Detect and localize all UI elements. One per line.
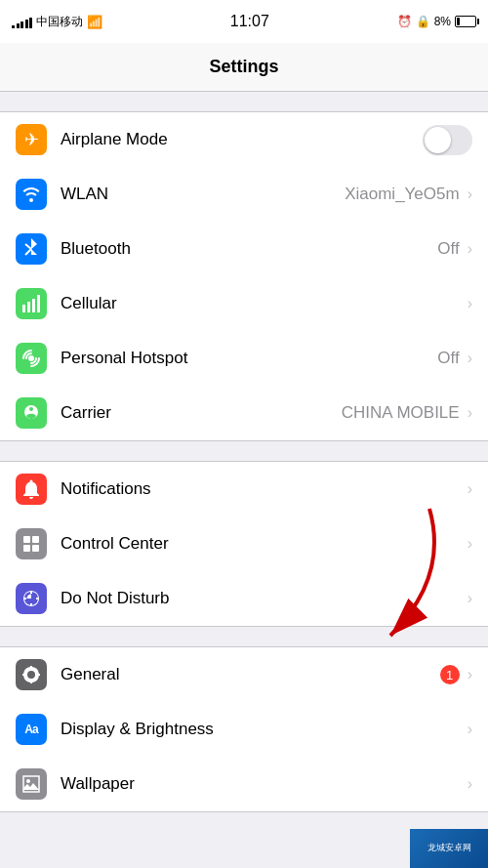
- svg-rect-8: [32, 545, 39, 552]
- svg-rect-7: [23, 545, 30, 552]
- display-item[interactable]: Aa Display & Brightness ›: [0, 702, 488, 757]
- carrier-value: CHINA MOBILE: [342, 403, 460, 423]
- watermark: 龙城安卓网: [410, 829, 488, 868]
- status-bar: 中国移动 📶 11:07 ⏰ 🔒 8%: [0, 0, 488, 43]
- do-not-disturb-label: Do Not Disturb: [61, 589, 466, 608]
- svg-point-9: [26, 779, 30, 783]
- do-not-disturb-item[interactable]: Do Not Disturb ›: [0, 571, 488, 626]
- section-gap-1: [0, 92, 488, 111]
- wallpaper-item[interactable]: Wallpaper ›: [0, 757, 488, 811]
- do-not-disturb-chevron-icon: ›: [468, 590, 472, 607]
- status-right: ⏰ 🔒 8%: [397, 15, 476, 28]
- svg-rect-1: [27, 302, 30, 312]
- network-section: ✈ Airplane Mode WLAN Xiaomi_YeO5m › Blue…: [0, 111, 488, 441]
- svg-rect-2: [32, 299, 35, 312]
- notifications-label: Notifications: [61, 479, 466, 499]
- wlan-label: WLAN: [61, 185, 345, 204]
- general-label: General: [61, 665, 440, 684]
- carrier-item[interactable]: Carrier CHINA MOBILE ›: [0, 386, 488, 440]
- general-badge: 1: [440, 665, 460, 684]
- nav-bar: Settings: [0, 43, 488, 92]
- svg-point-4: [28, 355, 34, 361]
- airplane-mode-label: Airplane Mode: [61, 130, 415, 149]
- signal-bar-2: [17, 23, 20, 28]
- bluetooth-value: Off: [437, 239, 459, 259]
- hotspot-item[interactable]: Personal Hotspot Off ›: [0, 331, 488, 386]
- system-section: Notifications › Control Center › Do Not …: [0, 461, 488, 627]
- battery-percent: 8%: [434, 15, 451, 28]
- notifications-item[interactable]: Notifications ›: [0, 462, 488, 517]
- carrier-chevron-icon: ›: [468, 404, 472, 422]
- wallpaper-icon: [16, 768, 47, 800]
- display-chevron-icon: ›: [468, 721, 472, 738]
- clock-icon: 🔒: [416, 15, 430, 28]
- carrier-label: Carrier: [61, 403, 342, 423]
- wlan-chevron-icon: ›: [468, 186, 472, 203]
- battery-indicator: [455, 16, 476, 27]
- control-center-item[interactable]: Control Center ›: [0, 517, 488, 571]
- hotspot-label: Personal Hotspot: [61, 349, 437, 368]
- svg-rect-5: [23, 536, 30, 543]
- alarm-icon: ⏰: [397, 15, 412, 28]
- airplane-mode-toggle[interactable]: [423, 125, 472, 155]
- notifications-icon: [16, 474, 47, 505]
- signal-bars: [12, 15, 32, 28]
- general-chevron-icon: ›: [468, 666, 472, 683]
- wifi-status-icon: 📶: [87, 15, 102, 29]
- wlan-value: Xiaomi_YeO5m: [345, 185, 460, 204]
- svg-rect-0: [22, 305, 25, 312]
- wallpaper-label: Wallpaper: [61, 774, 466, 794]
- signal-bar-1: [12, 25, 15, 28]
- device-section: General 1 › Aa Display & Brightness › Wa…: [0, 646, 488, 812]
- display-icon: Aa: [16, 714, 47, 745]
- cellular-label: Cellular: [61, 294, 466, 313]
- hotspot-chevron-icon: ›: [468, 350, 472, 367]
- general-icon: [16, 659, 47, 690]
- bluetooth-label: Bluetooth: [61, 239, 437, 259]
- do-not-disturb-icon: [16, 583, 47, 614]
- section-gap-2: [0, 441, 488, 461]
- hotspot-value: Off: [437, 349, 459, 368]
- carrier-name: 中国移动: [36, 14, 83, 30]
- signal-bar-3: [20, 21, 23, 28]
- cellular-chevron-icon: ›: [468, 295, 472, 312]
- signal-bar-4: [25, 20, 28, 28]
- wallpaper-chevron-icon: ›: [468, 775, 472, 793]
- svg-rect-3: [37, 295, 40, 312]
- status-time: 11:07: [230, 13, 269, 30]
- cellular-item[interactable]: Cellular ›: [0, 276, 488, 331]
- signal-bar-5: [29, 18, 32, 28]
- control-center-label: Control Center: [61, 534, 466, 554]
- control-center-icon: [16, 528, 47, 559]
- general-item[interactable]: General 1 ›: [0, 647, 488, 702]
- display-label: Display & Brightness: [61, 720, 466, 739]
- airplane-icon: ✈: [16, 124, 47, 155]
- page-title: Settings: [209, 57, 278, 77]
- svg-rect-6: [32, 536, 39, 543]
- carrier-icon: [16, 397, 47, 429]
- wlan-icon: [16, 179, 47, 210]
- watermark-text: 龙城安卓网: [427, 843, 471, 854]
- control-center-chevron-icon: ›: [468, 535, 472, 553]
- toggle-knob: [425, 127, 451, 153]
- airplane-mode-item[interactable]: ✈ Airplane Mode: [0, 112, 488, 167]
- bluetooth-icon: [16, 233, 47, 265]
- status-left: 中国移动 📶: [12, 14, 102, 30]
- wlan-item[interactable]: WLAN Xiaomi_YeO5m ›: [0, 167, 488, 222]
- hotspot-icon: [16, 343, 47, 374]
- bluetooth-item[interactable]: Bluetooth Off ›: [0, 222, 488, 276]
- notifications-chevron-icon: ›: [468, 480, 472, 498]
- cellular-icon: [16, 288, 47, 319]
- bluetooth-chevron-icon: ›: [468, 240, 472, 258]
- section-gap-3: [0, 627, 488, 646]
